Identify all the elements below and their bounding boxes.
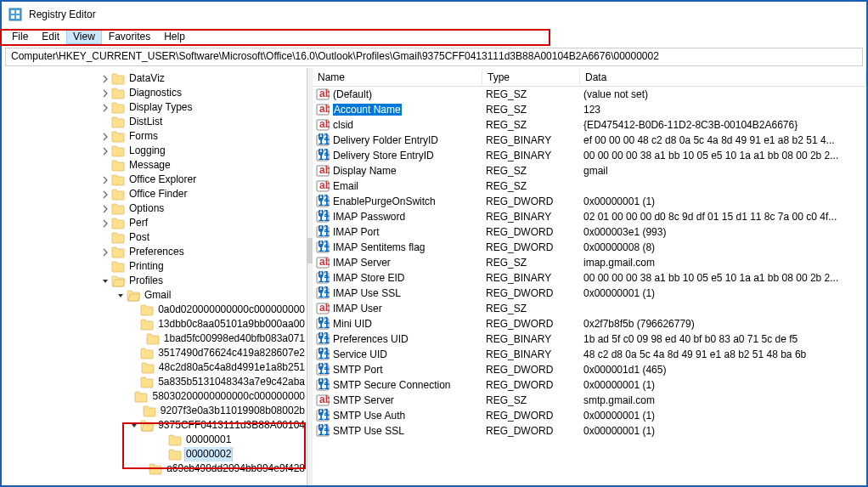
value-row[interactable]: SMTP PortREG_DWORD0x000001d1 (465) bbox=[313, 362, 866, 377]
tree-item[interactable]: 58030200000000000c000000000 bbox=[2, 389, 307, 404]
tree-item[interactable]: 00000001 bbox=[2, 433, 307, 447]
value-row[interactable]: Account NameREG_SZ123 bbox=[313, 102, 866, 117]
chevron-icon[interactable] bbox=[131, 405, 143, 417]
value-row[interactable]: Preferences UIDREG_BINARY1b ad 5f c0 09 … bbox=[313, 331, 866, 347]
svg-rect-3 bbox=[11, 15, 14, 19]
chevron-icon[interactable] bbox=[99, 88, 111, 99]
value-row[interactable]: SMTP Secure ConnectionREG_DWORD0x0000000… bbox=[313, 377, 866, 393]
tree-item[interactable]: a69cb498dd2094bb894e9f428 bbox=[2, 462, 307, 476]
chevron-icon[interactable] bbox=[129, 362, 141, 374]
tree-item[interactable]: Message bbox=[2, 158, 307, 173]
chevron-icon[interactable] bbox=[99, 131, 111, 143]
col-type[interactable]: Type bbox=[482, 70, 580, 85]
folder-icon bbox=[140, 319, 154, 331]
tree-item[interactable]: Diagnostics bbox=[2, 86, 307, 100]
value-row[interactable]: (Default)REG_SZ(value not set) bbox=[313, 87, 866, 102]
chevron-icon[interactable] bbox=[99, 174, 111, 186]
value-row[interactable]: Delivery Store EntryIDREG_BINARY00 00 00… bbox=[313, 148, 866, 163]
menu-edit[interactable]: Edit bbox=[35, 29, 66, 44]
tree-item[interactable]: Options bbox=[2, 201, 307, 216]
tree-item[interactable]: Office Explorer bbox=[2, 173, 307, 187]
chevron-icon[interactable] bbox=[115, 290, 127, 302]
tree-item[interactable]: DataViz bbox=[2, 71, 307, 86]
value-row[interactable]: Display NameREG_SZgmail bbox=[313, 163, 866, 178]
address-bar[interactable]: Computer\HKEY_CURRENT_USER\Software\Micr… bbox=[5, 48, 863, 66]
chevron-icon[interactable] bbox=[134, 333, 146, 345]
value-row[interactable]: IMAP PasswordREG_BINARY02 01 00 00 00 d0… bbox=[313, 209, 866, 224]
chevron-icon[interactable] bbox=[156, 449, 168, 461]
value-row[interactable]: IMAP Store EIDREG_BINARY00 00 00 00 38 a… bbox=[313, 270, 866, 286]
value-row[interactable]: IMAP Sentitems flagREG_DWORD0x00000008 (… bbox=[313, 240, 866, 255]
tree-item[interactable]: 48c2d80a5c4a8d4991e1a8b251 bbox=[2, 360, 307, 375]
tree-item[interactable]: 13dbb0c8aa05101a9bb000aa00 bbox=[2, 317, 307, 331]
chevron-icon[interactable] bbox=[99, 116, 111, 128]
chevron-icon[interactable] bbox=[99, 218, 111, 229]
value-row[interactable]: clsidREG_SZ{ED475412-B0D6-11D2-8C3B-0010… bbox=[313, 117, 866, 133]
menu-view[interactable]: View bbox=[66, 29, 102, 44]
chevron-icon[interactable] bbox=[99, 203, 111, 215]
tree-item[interactable]: 00000002 bbox=[2, 447, 307, 462]
tree-item[interactable]: Profiles bbox=[2, 274, 307, 288]
chevron-icon[interactable] bbox=[137, 463, 149, 475]
tree-item[interactable]: Office Finder bbox=[2, 187, 307, 201]
chevron-icon[interactable] bbox=[99, 275, 111, 287]
value-row[interactable]: Service UIDREG_BINARY48 c2 d8 0a 5c 4a 8… bbox=[313, 347, 866, 362]
chevron-icon[interactable] bbox=[99, 232, 111, 244]
tree-item[interactable]: Preferences bbox=[2, 245, 307, 259]
chevron-icon[interactable] bbox=[128, 348, 140, 360]
chevron-icon[interactable] bbox=[99, 160, 111, 172]
tree-item[interactable]: Gmail bbox=[2, 288, 307, 303]
chevron-icon[interactable] bbox=[99, 102, 111, 114]
binary-icon bbox=[316, 210, 330, 224]
value-row[interactable]: Delivery Folder EntryIDREG_BINARYef 00 0… bbox=[313, 133, 866, 148]
splitter[interactable] bbox=[307, 68, 313, 485]
chevron-icon[interactable] bbox=[99, 246, 111, 258]
chevron-icon[interactable] bbox=[122, 391, 134, 403]
tree-label: Forms bbox=[127, 129, 160, 144]
tree-item[interactable]: Forms bbox=[2, 129, 307, 144]
menu-help[interactable]: Help bbox=[157, 29, 192, 44]
chevron-icon[interactable] bbox=[99, 261, 111, 273]
value-row[interactable]: SMTP Use AuthREG_DWORD0x00000001 (1) bbox=[313, 408, 866, 423]
value-row[interactable]: IMAP Use SSLREG_DWORD0x00000001 (1) bbox=[313, 286, 866, 301]
tree-item[interactable]: 9207f3e0a3b11019908b08002b bbox=[2, 404, 307, 418]
tree-item[interactable]: Logging bbox=[2, 144, 307, 158]
menu-favorites[interactable]: Favorites bbox=[102, 29, 157, 44]
value-row[interactable]: EnablePurgeOnSwitchREG_DWORD0x00000001 (… bbox=[313, 194, 866, 209]
chevron-icon[interactable] bbox=[128, 377, 140, 388]
list-body[interactable]: (Default)REG_SZ(value not set)Account Na… bbox=[313, 87, 866, 485]
string-icon bbox=[316, 103, 330, 116]
value-row[interactable]: IMAP PortREG_DWORD0x000003e1 (993) bbox=[313, 224, 866, 240]
list-pane[interactable]: Name Type Data (Default)REG_SZ(value not… bbox=[313, 68, 866, 485]
chevron-icon[interactable] bbox=[99, 73, 111, 85]
tree-pane[interactable]: DataVizDiagnosticsDisplay TypesDistListF… bbox=[2, 68, 307, 485]
menu-file[interactable]: File bbox=[5, 29, 35, 44]
tree-item[interactable]: Perf bbox=[2, 216, 307, 230]
value-row[interactable]: SMTP ServerREG_SZsmtp.gmail.com bbox=[313, 393, 866, 408]
value-row[interactable]: Mini UIDREG_DWORD0x2f7b8f5b (796626779) bbox=[313, 316, 866, 331]
tree-item[interactable]: 3517490d76624c419a828607e2 bbox=[2, 346, 307, 360]
value-type: REG_DWORD bbox=[482, 364, 580, 376]
chevron-icon[interactable] bbox=[99, 145, 111, 157]
tree-item[interactable]: Post bbox=[2, 230, 307, 245]
tree-label: Perf bbox=[127, 216, 149, 230]
value-row[interactable]: IMAP ServerREG_SZimap.gmail.com bbox=[313, 255, 866, 270]
chevron-icon[interactable] bbox=[156, 434, 168, 446]
chevron-icon[interactable] bbox=[128, 319, 140, 331]
tree-item[interactable]: Display Types bbox=[2, 100, 307, 115]
tree-item[interactable]: 1bad5fc00998ed40bfb083a071 bbox=[2, 331, 307, 346]
tree-item[interactable]: 9375CFF0413111d3B88A00104 bbox=[2, 418, 307, 433]
tree-item[interactable]: DistList bbox=[2, 115, 307, 129]
chevron-icon[interactable] bbox=[128, 304, 140, 316]
chevron-icon[interactable] bbox=[128, 420, 140, 432]
tree-label: 58030200000000000c000000000 bbox=[150, 389, 307, 404]
chevron-icon[interactable] bbox=[99, 189, 111, 201]
col-data[interactable]: Data bbox=[580, 70, 866, 85]
col-name[interactable]: Name bbox=[313, 70, 482, 85]
value-row[interactable]: EmailREG_SZ bbox=[313, 178, 866, 194]
tree-item[interactable]: 0a0d020000000000c000000000 bbox=[2, 303, 307, 317]
value-row[interactable]: SMTP Use SSLREG_DWORD0x00000001 (1) bbox=[313, 423, 866, 439]
tree-item[interactable]: Printing bbox=[2, 259, 307, 274]
value-row[interactable]: IMAP UserREG_SZ bbox=[313, 301, 866, 316]
tree-item[interactable]: 5a835b5131048343a7e9c42aba bbox=[2, 375, 307, 389]
